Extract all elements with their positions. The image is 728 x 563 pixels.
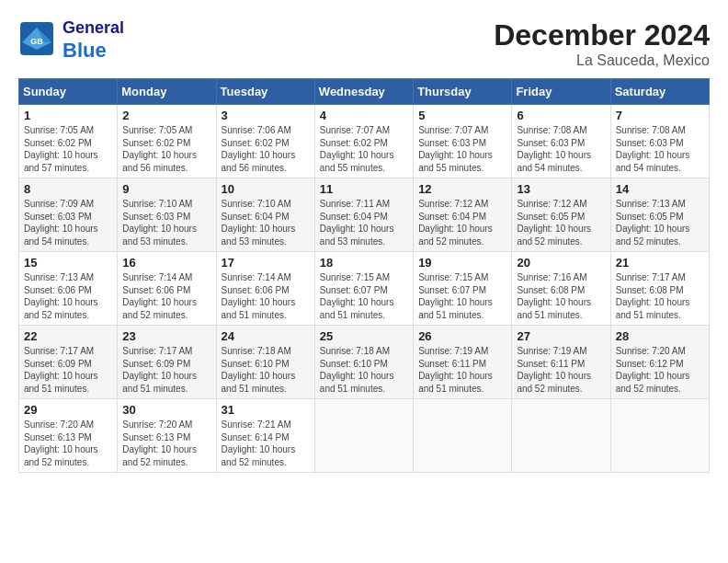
day-number: 16 [122,256,210,270]
calendar-day-cell: 7 Sunrise: 7:08 AM Sunset: 6:03 PM Dayli… [610,105,709,178]
calendar-day-cell: 23 Sunrise: 7:17 AM Sunset: 6:09 PM Dayl… [118,326,216,399]
calendar-day-cell: 19 Sunrise: 7:15 AM Sunset: 6:07 PM Dayl… [414,252,512,326]
day-info: Sunrise: 7:12 AM Sunset: 6:05 PM Dayligh… [517,198,605,247]
calendar-day-cell: 11 Sunrise: 7:11 AM Sunset: 6:04 PM Dayl… [314,178,413,252]
day-info: Sunrise: 7:19 AM Sunset: 6:11 PM Dayligh… [517,345,605,395]
calendar-day-cell: 26 Sunrise: 7:19 AM Sunset: 6:11 PM Dayl… [414,326,512,399]
svg-text:GB: GB [30,37,43,46]
day-number: 27 [517,329,605,343]
day-info: Sunrise: 7:10 AM Sunset: 6:04 PM Dayligh… [222,198,310,247]
day-of-week-header: Tuesday [216,79,314,105]
calendar-day-cell: 27 Sunrise: 7:19 AM Sunset: 6:11 PM Dayl… [512,326,610,399]
day-number: 29 [24,403,112,417]
day-number: 10 [222,182,310,196]
day-number: 5 [418,109,506,122]
day-of-week-header: Saturday [610,79,709,105]
day-info: Sunrise: 7:13 AM Sunset: 6:06 PM Dayligh… [24,271,112,321]
day-info: Sunrise: 7:16 AM Sunset: 6:08 PM Dayligh… [517,271,605,321]
calendar-header-row: SundayMondayTuesdayWednesdayThursdayFrid… [19,79,710,105]
calendar-day-cell: 13 Sunrise: 7:12 AM Sunset: 6:05 PM Dayl… [512,178,610,252]
day-number: 23 [122,329,210,343]
day-number: 12 [418,182,506,196]
calendar-day-cell: 3 Sunrise: 7:06 AM Sunset: 6:02 PM Dayli… [216,105,314,178]
day-info: Sunrise: 7:21 AM Sunset: 6:14 PM Dayligh… [222,419,310,468]
day-number: 1 [24,109,112,122]
calendar-day-cell: 25 Sunrise: 7:18 AM Sunset: 6:10 PM Dayl… [314,326,413,399]
day-info: Sunrise: 7:13 AM Sunset: 6:05 PM Dayligh… [616,198,704,247]
day-info: Sunrise: 7:20 AM Sunset: 6:13 PM Dayligh… [122,419,210,468]
day-info: Sunrise: 7:09 AM Sunset: 6:03 PM Dayligh… [24,198,112,247]
day-info: Sunrise: 7:20 AM Sunset: 6:13 PM Dayligh… [24,419,112,468]
calendar-day-cell: 20 Sunrise: 7:16 AM Sunset: 6:08 PM Dayl… [512,252,610,326]
page-header: GB General Blue December 2024 La Sauceda… [18,18,710,69]
calendar-day-cell: 4 Sunrise: 7:07 AM Sunset: 6:02 PM Dayli… [314,105,413,178]
day-number: 31 [222,403,310,417]
day-info: Sunrise: 7:17 AM Sunset: 6:09 PM Dayligh… [24,345,112,395]
day-info: Sunrise: 7:17 AM Sunset: 6:08 PM Dayligh… [616,271,704,321]
day-of-week-header: Sunday [19,79,118,105]
day-number: 14 [616,182,704,196]
day-number: 2 [122,109,210,122]
day-info: Sunrise: 7:07 AM Sunset: 6:02 PM Dayligh… [320,124,408,174]
calendar-day-cell: 18 Sunrise: 7:15 AM Sunset: 6:07 PM Dayl… [314,252,413,326]
calendar-week-row: 15 Sunrise: 7:13 AM Sunset: 6:06 PM Dayl… [19,252,710,326]
calendar-day-cell [512,399,610,473]
location: La Sauceda, Mexico [494,52,710,69]
day-number: 9 [122,182,210,196]
calendar-day-cell: 14 Sunrise: 7:13 AM Sunset: 6:05 PM Dayl… [610,178,709,252]
day-number: 7 [616,109,704,122]
day-info: Sunrise: 7:20 AM Sunset: 6:12 PM Dayligh… [616,345,704,395]
calendar-week-row: 29 Sunrise: 7:20 AM Sunset: 6:13 PM Dayl… [19,399,710,473]
calendar-day-cell: 21 Sunrise: 7:17 AM Sunset: 6:08 PM Dayl… [610,252,709,326]
calendar-day-cell: 5 Sunrise: 7:07 AM Sunset: 6:03 PM Dayli… [414,105,512,178]
day-number: 19 [418,256,506,270]
day-info: Sunrise: 7:08 AM Sunset: 6:03 PM Dayligh… [517,124,605,174]
day-info: Sunrise: 7:14 AM Sunset: 6:06 PM Dayligh… [122,271,210,321]
day-number: 24 [222,329,310,343]
day-of-week-header: Monday [118,79,216,105]
calendar-day-cell: 29 Sunrise: 7:20 AM Sunset: 6:13 PM Dayl… [19,399,118,473]
day-number: 11 [320,182,408,196]
day-number: 6 [517,109,605,122]
day-number: 3 [222,109,310,122]
calendar-day-cell: 9 Sunrise: 7:10 AM Sunset: 6:03 PM Dayli… [118,178,216,252]
day-number: 22 [24,329,112,343]
calendar-day-cell: 6 Sunrise: 7:08 AM Sunset: 6:03 PM Dayli… [512,105,610,178]
day-info: Sunrise: 7:10 AM Sunset: 6:03 PM Dayligh… [122,198,210,247]
day-number: 26 [418,329,506,343]
calendar-day-cell: 24 Sunrise: 7:18 AM Sunset: 6:10 PM Dayl… [216,326,314,399]
calendar-day-cell [610,399,709,473]
title-block: December 2024 La Sauceda, Mexico [494,18,710,69]
calendar-day-cell: 28 Sunrise: 7:20 AM Sunset: 6:12 PM Dayl… [610,326,709,399]
day-info: Sunrise: 7:07 AM Sunset: 6:03 PM Dayligh… [418,124,506,174]
day-of-week-header: Friday [512,79,610,105]
calendar-day-cell: 31 Sunrise: 7:21 AM Sunset: 6:14 PM Dayl… [216,399,314,473]
logo-blue: Blue [63,39,124,63]
calendar-day-cell: 10 Sunrise: 7:10 AM Sunset: 6:04 PM Dayl… [216,178,314,252]
day-number: 4 [320,109,408,122]
day-number: 13 [517,182,605,196]
logo[interactable]: GB General Blue [18,18,124,63]
calendar-day-cell: 17 Sunrise: 7:14 AM Sunset: 6:06 PM Dayl… [216,252,314,326]
day-number: 15 [24,256,112,270]
day-number: 30 [122,403,210,417]
calendar-day-cell [414,399,512,473]
calendar-day-cell: 15 Sunrise: 7:13 AM Sunset: 6:06 PM Dayl… [19,252,118,326]
calendar-day-cell: 8 Sunrise: 7:09 AM Sunset: 6:03 PM Dayli… [19,178,118,252]
day-info: Sunrise: 7:18 AM Sunset: 6:10 PM Dayligh… [320,345,408,395]
day-info: Sunrise: 7:11 AM Sunset: 6:04 PM Dayligh… [320,198,408,247]
day-number: 17 [222,256,310,270]
day-number: 21 [616,256,704,270]
day-info: Sunrise: 7:18 AM Sunset: 6:10 PM Dayligh… [222,345,310,395]
day-number: 8 [24,182,112,196]
day-info: Sunrise: 7:08 AM Sunset: 6:03 PM Dayligh… [616,124,704,174]
day-info: Sunrise: 7:17 AM Sunset: 6:09 PM Dayligh… [122,345,210,395]
calendar-day-cell: 16 Sunrise: 7:14 AM Sunset: 6:06 PM Dayl… [118,252,216,326]
day-number: 20 [517,256,605,270]
calendar-day-cell: 1 Sunrise: 7:05 AM Sunset: 6:02 PM Dayli… [19,105,118,178]
day-info: Sunrise: 7:14 AM Sunset: 6:06 PM Dayligh… [222,271,310,321]
logo-general: General [63,18,124,39]
day-number: 25 [320,329,408,343]
day-info: Sunrise: 7:05 AM Sunset: 6:02 PM Dayligh… [122,124,210,174]
logo-text: General Blue [63,18,124,63]
